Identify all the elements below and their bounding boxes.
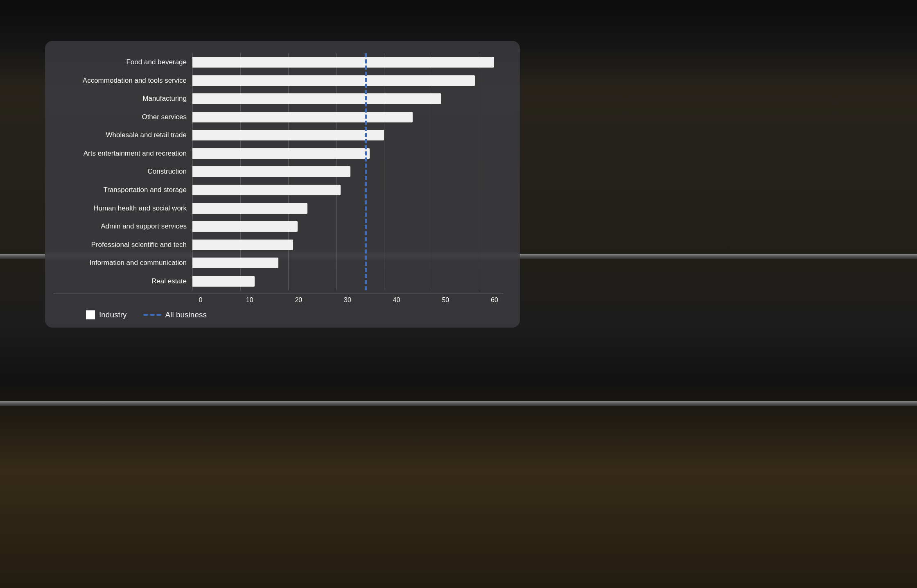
bar-row-2 xyxy=(192,91,504,106)
x-label-3: 30 xyxy=(339,296,356,304)
legend-all-business-label: All business xyxy=(165,310,207,319)
bar-fill-7 xyxy=(192,185,341,195)
bar-fill-8 xyxy=(192,203,307,214)
x-axis: 0102030405060 xyxy=(53,294,504,304)
bar-fill-5 xyxy=(192,148,370,159)
bar-label-4: Wholesale and retail trade xyxy=(53,127,192,143)
plot-column xyxy=(192,53,504,294)
x-label-1: 10 xyxy=(242,296,258,304)
bar-label-1: Accommodation and tools service xyxy=(53,73,192,88)
legend-dashed-icon xyxy=(143,314,161,316)
bar-fill-4 xyxy=(192,130,384,140)
bar-row-11 xyxy=(192,255,504,271)
bar-row-3 xyxy=(192,109,504,125)
x-label-4: 40 xyxy=(388,296,405,304)
bar-fill-11 xyxy=(192,258,278,268)
bar-label-0: Food and beverage xyxy=(53,54,192,70)
bar-label-7: Transportation and storage xyxy=(53,182,192,198)
bar-label-10: Professional scientific and tech xyxy=(53,237,192,253)
bar-label-3: Other services xyxy=(53,109,192,125)
y-axis-labels: Food and beverageAccommodation and tools… xyxy=(53,53,192,294)
x-label-2: 20 xyxy=(290,296,307,304)
bar-row-12 xyxy=(192,274,504,289)
x-axis-labels: 0102030405060 xyxy=(192,296,504,304)
bar-row-5 xyxy=(192,146,504,161)
bar-fill-12 xyxy=(192,276,255,287)
bar-label-9: Admin and support services xyxy=(53,219,192,234)
bar-fill-1 xyxy=(192,75,475,86)
bar-row-6 xyxy=(192,164,504,179)
bar-label-11: Information and communication xyxy=(53,255,192,271)
bar-label-8: Human health and social work xyxy=(53,201,192,216)
bar-row-7 xyxy=(192,182,504,198)
bar-fill-0 xyxy=(192,57,494,68)
bar-fill-6 xyxy=(192,166,350,177)
bar-label-12: Real estate xyxy=(53,274,192,289)
legend-industry: Industry xyxy=(86,310,127,319)
legend-all-business: All business xyxy=(143,310,207,319)
x-label-0: 0 xyxy=(192,296,209,304)
bar-row-8 xyxy=(192,201,504,216)
bar-row-1 xyxy=(192,73,504,88)
legend-industry-icon xyxy=(86,310,95,319)
bar-fill-2 xyxy=(192,93,441,104)
legend: IndustryAll business xyxy=(53,304,504,319)
bar-row-10 xyxy=(192,237,504,253)
bar-label-6: Construction xyxy=(53,164,192,179)
bar-row-4 xyxy=(192,127,504,143)
bar-fill-10 xyxy=(192,240,293,250)
bar-fill-9 xyxy=(192,221,298,232)
x-label-5: 50 xyxy=(437,296,454,304)
bar-row-9 xyxy=(192,219,504,234)
legend-industry-label: Industry xyxy=(99,310,127,319)
chart-area: Food and beverageAccommodation and tools… xyxy=(53,53,504,319)
bar-row-0 xyxy=(192,54,504,70)
bar-fill-3 xyxy=(192,112,413,122)
bar-label-5: Arts entertainment and recreation xyxy=(53,146,192,161)
shelf-line-bottom xyxy=(0,401,917,406)
chart-card: Food and beverageAccommodation and tools… xyxy=(45,41,520,328)
bar-label-2: Manufacturing xyxy=(53,91,192,106)
x-label-6: 60 xyxy=(486,296,503,304)
